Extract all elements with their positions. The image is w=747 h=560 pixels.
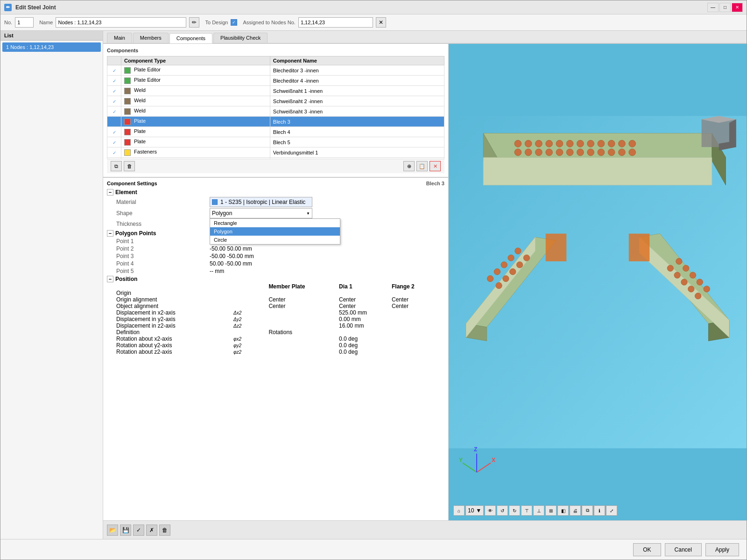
comp-type-3: Weld	[121, 96, 270, 106]
comp-type-5: Plate	[121, 117, 270, 127]
position-collapse[interactable]: −	[107, 276, 113, 282]
shape-dropdown[interactable]: Polygon ▼	[210, 208, 312, 218]
comp-name-7: Blech 5	[270, 137, 444, 147]
vp-home-btn[interactable]: ⌂	[453, 505, 465, 516]
comp-row-4[interactable]: ✓ Weld Schweißnaht 3 -innen	[107, 106, 444, 117]
maximize-button[interactable]: □	[719, 3, 731, 12]
add-btn[interactable]: ⊕	[403, 161, 415, 171]
vp-render-btn[interactable]: ◧	[557, 505, 569, 516]
tab-main[interactable]: Main	[107, 33, 132, 43]
pos-dx-member	[268, 309, 339, 316]
axis-svg: X Y Z	[458, 444, 495, 482]
pos-dy-row: Displacement in y2-axis Δy2 0.00 mm	[116, 316, 444, 322]
tab-members[interactable]: Members	[133, 33, 169, 43]
comp-name-5: Blech 3	[270, 117, 444, 127]
element-header[interactable]: − Element	[107, 188, 444, 196]
svg-point-51	[695, 293, 701, 299]
tab-components[interactable]: Components	[169, 33, 212, 43]
svg-point-35	[619, 149, 626, 156]
position-header[interactable]: − Position	[107, 275, 444, 283]
delete-btn[interactable]: 🗑	[124, 161, 135, 171]
minimize-button[interactable]: —	[707, 3, 719, 12]
content-area: Components Component Type Component Name	[103, 44, 747, 520]
comp-row-1[interactable]: ✓ Plate Editor Blecheditor 4 -innen	[107, 76, 444, 86]
pos-ry-member	[268, 342, 339, 349]
components-title: Components	[107, 48, 444, 53]
comp-type-7: Plate	[121, 137, 270, 147]
apply-button[interactable]: Apply	[705, 543, 739, 556]
svg-point-19	[577, 140, 584, 147]
comp-row-6[interactable]: ✓ Plate Blech 4	[107, 127, 444, 137]
position-table: Member Plate Dia 1 Flange 2 Origin	[107, 283, 444, 355]
svg-point-42	[496, 282, 502, 288]
col-type: Component Type	[121, 56, 270, 65]
svg-point-48	[674, 272, 680, 278]
comp-type-0: Plate Editor	[121, 65, 270, 76]
comp-row-0[interactable]: ✓ Plate Editor Blecheditor 3 -innen	[107, 65, 444, 76]
svg-point-54	[690, 272, 696, 278]
svg-line-60	[477, 463, 491, 472]
to-design-checkbox[interactable]: ✓	[231, 19, 237, 26]
shape-dropdown-container: Polygon ▼ Rectangle Polygon Circle	[210, 208, 312, 218]
comp-row-2[interactable]: ✓ Weld Schweißnaht 1 -innen	[107, 86, 444, 96]
assigned-label: Assigned to Nodes No.	[243, 20, 296, 25]
check-btn[interactable]: ✓	[133, 525, 144, 536]
viewport-toolbar: ⌂ 10 ▼ 👁 ↺ ↻ ⊤ ⊥ ⊞ ◧ 🖨	[449, 505, 747, 516]
svg-point-15	[535, 140, 542, 147]
vp-top-btn[interactable]: ⊤	[521, 505, 532, 516]
shape-option-rectangle[interactable]: Rectangle	[210, 219, 340, 227]
element-collapse[interactable]: −	[107, 189, 113, 196]
comp-row-5[interactable]: ✓ Plate Blech 3	[107, 117, 444, 127]
uncheck-btn[interactable]: ✗	[146, 525, 157, 536]
list-item[interactable]: 1 Nodes : 1,12,14,23	[2, 42, 101, 52]
ok-button[interactable]: OK	[633, 543, 661, 556]
to-design-group: To Design ✓	[205, 19, 237, 26]
vp-layer-btn[interactable]: ⊞	[545, 505, 557, 516]
delete-main-btn[interactable]: 🗑	[159, 525, 170, 536]
vp-print-btn[interactable]: 🖨	[570, 505, 581, 516]
remove-btn[interactable]: ✕	[430, 161, 441, 171]
vp-copy-btn[interactable]: ⧉	[582, 505, 593, 516]
material-field[interactable]: 1 - S235 | Isotropic | Linear Elastic	[210, 197, 312, 207]
name-input[interactable]	[56, 17, 186, 28]
vp-eye-btn[interactable]: 👁	[485, 505, 496, 516]
comp-type-1: Plate Editor	[121, 76, 270, 86]
pos-origin-align-row: Origin alignment Center Center Center	[116, 296, 444, 303]
zoom-dropdown[interactable]: 10 ▼	[465, 505, 484, 516]
polygon-collapse[interactable]: −	[107, 230, 113, 237]
cancel-button[interactable]: Cancel	[665, 543, 702, 556]
coord-axis: X Y Z	[458, 444, 495, 483]
comp-row-8[interactable]: ✓ Fasteners Verbindungsmittel 1	[107, 147, 444, 158]
copy-btn[interactable]: ⧉	[111, 161, 122, 171]
save-btn[interactable]: 💾	[120, 525, 131, 536]
comp-type-8: Fasteners	[121, 147, 270, 158]
vp-expand-btn[interactable]: ⤢	[606, 505, 617, 516]
name-edit-button[interactable]: ✏	[189, 17, 199, 28]
svg-point-32	[587, 149, 594, 156]
point3-value: -50.00 -50.00 mm	[210, 253, 254, 259]
vp-bottom-btn[interactable]: ⊥	[533, 505, 544, 516]
svg-line-62	[463, 463, 477, 472]
tab-plausibility[interactable]: Plausibility Check	[213, 33, 268, 43]
svg-point-50	[688, 286, 694, 292]
shape-option-circle[interactable]: Circle	[210, 236, 340, 244]
paste-btn[interactable]: 📋	[416, 161, 428, 171]
comp-name-6: Blech 4	[270, 127, 444, 137]
comp-row-7[interactable]: ✓ Plate Blech 5	[107, 137, 444, 147]
vp-info-btn[interactable]: ℹ	[594, 505, 605, 516]
pos-origin-dia	[339, 290, 392, 296]
assigned-input[interactable]	[298, 17, 373, 28]
vp-rotate-x-btn[interactable]: ↺	[497, 505, 508, 516]
3d-viewport[interactable]: X Y Z ⌂ 10 ▼	[449, 44, 747, 520]
pos-rz-label: Rotation about z2-axis	[116, 349, 233, 355]
no-input[interactable]	[15, 17, 34, 28]
assigned-edit-button[interactable]: ✕	[376, 17, 386, 28]
open-btn[interactable]: 📂	[107, 525, 118, 536]
comp-name-4: Schweißnaht 3 -innen	[270, 106, 444, 117]
pos-origin-align-sym	[233, 296, 268, 303]
shape-option-polygon[interactable]: Polygon	[210, 227, 340, 236]
close-button[interactable]: ✕	[732, 3, 743, 12]
comp-row-3[interactable]: ✓ Weld Schweißnaht 2 -innen	[107, 96, 444, 106]
comp-name-0: Blecheditor 3 -innen	[270, 65, 444, 76]
vp-rotate-y-btn[interactable]: ↻	[509, 505, 520, 516]
